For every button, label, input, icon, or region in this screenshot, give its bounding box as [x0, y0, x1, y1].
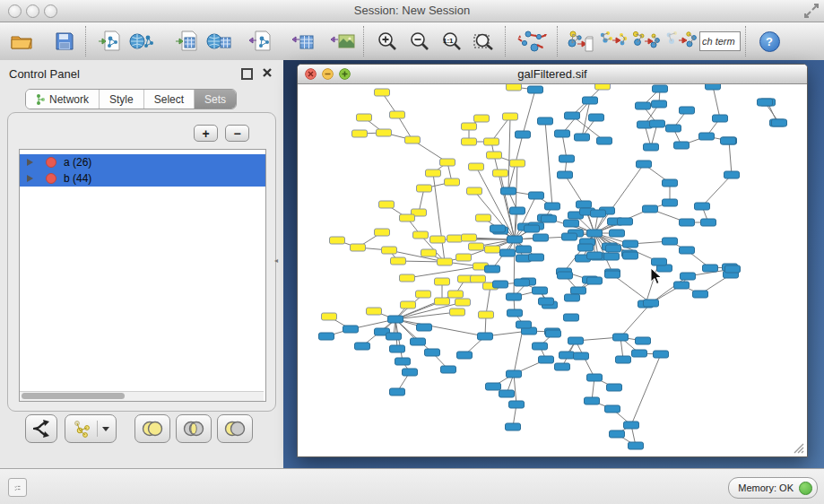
- graph-node[interactable]: [500, 249, 516, 256]
- graph-node[interactable]: [597, 137, 612, 144]
- graph-node[interactable]: [589, 114, 604, 121]
- graph-node[interactable]: [632, 350, 647, 357]
- graph-node[interactable]: [416, 291, 431, 298]
- graph-node[interactable]: [652, 258, 667, 265]
- fullscreen-icon[interactable]: [803, 3, 820, 19]
- graph-node[interactable]: [516, 321, 532, 328]
- graph-node[interactable]: [583, 97, 598, 104]
- graph-node[interactable]: [355, 343, 370, 350]
- graph-node[interactable]: [568, 337, 584, 344]
- graph-node[interactable]: [587, 374, 603, 381]
- graph-node[interactable]: [587, 252, 603, 259]
- graph-node[interactable]: [644, 300, 659, 307]
- graph-node[interactable]: [447, 235, 463, 242]
- float-panel-icon[interactable]: [241, 68, 253, 80]
- splitter-collapse-handle[interactable]: ◂: [274, 256, 282, 265]
- graph-node[interactable]: [680, 107, 695, 114]
- export-network-button[interactable]: [244, 25, 276, 57]
- graph-node[interactable]: [528, 86, 543, 93]
- graph-node[interactable]: [395, 358, 411, 365]
- zoom-in-button[interactable]: [371, 25, 403, 57]
- graph-node[interactable]: [610, 230, 625, 237]
- graph-node[interactable]: [507, 236, 523, 243]
- graph-node[interactable]: [758, 99, 773, 106]
- graph-node[interactable]: [471, 275, 486, 282]
- graph-node[interactable]: [595, 84, 611, 90]
- graph-node[interactable]: [538, 117, 553, 125]
- difference-sets-button[interactable]: [217, 414, 253, 443]
- graph-node[interactable]: [375, 229, 390, 236]
- zoom-out-button[interactable]: [403, 25, 436, 57]
- graph-node[interactable]: [565, 294, 580, 301]
- save-session-button[interactable]: [48, 25, 81, 57]
- graph-node[interactable]: [703, 265, 718, 272]
- graph-node[interactable]: [616, 356, 631, 363]
- graph-node[interactable]: [507, 293, 522, 300]
- graph-node[interactable]: [674, 142, 690, 149]
- split-set-button[interactable]: [25, 414, 57, 443]
- graph-node[interactable]: [413, 231, 429, 239]
- create-set-from-network-button[interactable]: [65, 414, 117, 443]
- graph-node[interactable]: [507, 370, 522, 378]
- new-network-from-selection-all-edges-button[interactable]: [565, 25, 597, 57]
- graph-node[interactable]: [701, 219, 716, 226]
- graph-node[interactable]: [575, 134, 590, 141]
- graph-node[interactable]: [390, 345, 405, 352]
- graph-node[interactable]: [559, 155, 575, 162]
- graph-node[interactable]: [652, 100, 667, 108]
- graph-node[interactable]: [529, 192, 544, 199]
- graph-node[interactable]: [721, 137, 736, 144]
- graph-node[interactable]: [591, 210, 606, 217]
- graph-node[interactable]: [403, 369, 418, 376]
- graph-node[interactable]: [485, 265, 500, 273]
- graph-node[interactable]: [510, 160, 525, 167]
- graph-node[interactable]: [529, 254, 544, 261]
- graph-node[interactable]: [724, 171, 740, 178]
- new-network-from-selection-button[interactable]: [629, 25, 662, 57]
- graph-node[interactable]: [725, 265, 741, 273]
- graph-node[interactable]: [680, 247, 695, 254]
- memory-status-badge[interactable]: Memory: OK: [728, 477, 818, 499]
- list-item-set-b[interactable]: b (44): [20, 170, 265, 187]
- graph-node[interactable]: [503, 113, 518, 120]
- graph-node[interactable]: [713, 115, 728, 122]
- graph-node[interactable]: [448, 291, 464, 298]
- graph-node[interactable]: [367, 308, 382, 315]
- graph-node[interactable]: [467, 187, 482, 195]
- graph-node[interactable]: [533, 234, 549, 241]
- first-neighbors-button[interactable]: [662, 25, 699, 57]
- graph-node[interactable]: [462, 234, 477, 241]
- graph-node[interactable]: [545, 203, 560, 210]
- export-image-button[interactable]: [326, 25, 359, 57]
- graph-node[interactable]: [699, 133, 715, 140]
- graph-node[interactable]: [555, 130, 570, 137]
- graph-node[interactable]: [509, 401, 525, 408]
- graph-node[interactable]: [400, 214, 415, 222]
- disclosure-triangle-icon[interactable]: [27, 159, 33, 166]
- graph-node[interactable]: [680, 219, 695, 226]
- graph-node[interactable]: [405, 136, 421, 143]
- graph-node[interactable]: [506, 423, 521, 430]
- graph-node[interactable]: [706, 84, 721, 90]
- zoom-actual-size-button[interactable]: 1:1: [436, 25, 468, 57]
- graph-node[interactable]: [653, 85, 668, 92]
- import-table-file-button[interactable]: [170, 25, 203, 57]
- graph-node[interactable]: [379, 201, 395, 208]
- graph-node[interactable]: [605, 405, 620, 413]
- graph-node[interactable]: [574, 352, 589, 360]
- graph-node[interactable]: [618, 218, 633, 225]
- graph-node[interactable]: [435, 278, 450, 285]
- graph-node[interactable]: [564, 220, 579, 227]
- graph-node[interactable]: [462, 123, 477, 130]
- graph-node[interactable]: [571, 287, 586, 294]
- graph-node[interactable]: [558, 272, 573, 279]
- graph-node[interactable]: [474, 115, 490, 122]
- graph-node[interactable]: [386, 333, 402, 340]
- add-set-button[interactable]: +: [194, 125, 218, 142]
- graph-node[interactable]: [426, 169, 441, 177]
- graph-node[interactable]: [391, 257, 406, 265]
- open-session-button[interactable]: [5, 25, 38, 57]
- graph-node[interactable]: [605, 271, 620, 278]
- graph-node[interactable]: [533, 287, 548, 294]
- graph-node[interactable]: [681, 273, 696, 280]
